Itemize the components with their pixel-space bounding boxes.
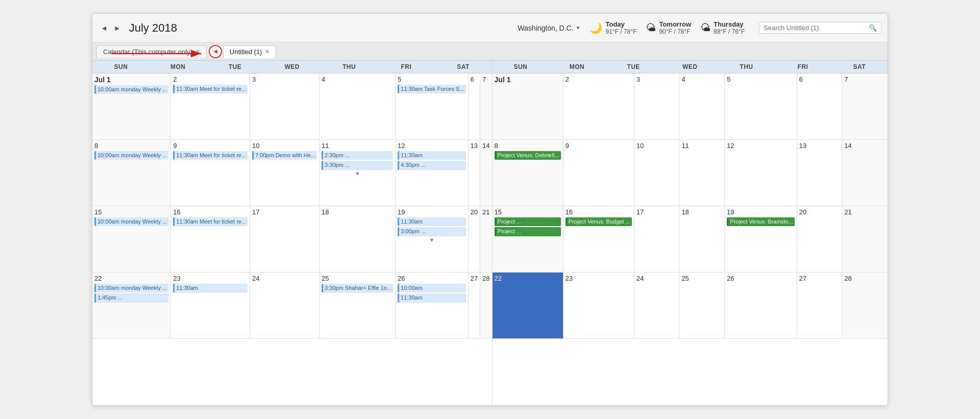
event-item[interactable]: Project ... [495, 227, 561, 236]
tab-untitled-close[interactable]: ✕ [265, 49, 270, 55]
table-row[interactable]: 7 [480, 73, 492, 140]
table-row[interactable]: 4 [679, 73, 725, 140]
event-item[interactable]: 11:30am [398, 217, 466, 226]
event-item[interactable]: 3:30pm Shahar+ Effie 1o... [322, 284, 393, 292]
table-row[interactable]: 3 [634, 73, 680, 140]
date-number: 18 [681, 208, 722, 216]
weather-tomorrow: 🌤 Tomorrow 90°F / 78°F [646, 20, 691, 35]
table-row[interactable]: 14 [480, 140, 492, 206]
table-row[interactable]: 2311:30am [171, 273, 250, 339]
table-row[interactable]: Jul 1 [493, 73, 564, 140]
event-item[interactable]: 4:30pm ... [398, 161, 466, 169]
table-row[interactable]: 13 [469, 140, 480, 206]
date-number: 22 [94, 275, 168, 282]
event-item[interactable]: Project Venus: Brainsto... [727, 217, 795, 226]
table-row[interactable]: 1211:30am4:30pm ... [396, 140, 469, 206]
table-row[interactable]: 16Project Venus: Budget ... [564, 206, 634, 273]
table-row[interactable]: 25 [679, 273, 725, 339]
event-item[interactable]: 11:30am [173, 284, 248, 292]
search-box[interactable]: 🔍 [759, 22, 881, 34]
table-row[interactable]: 26 [725, 273, 797, 339]
table-row[interactable]: 8Project Venus: Debriefi... [493, 140, 564, 206]
event-item[interactable]: 10:00am monday Weekly ... [94, 85, 168, 94]
prev-month-button[interactable]: ◄ [99, 23, 110, 33]
event-item[interactable]: 3:30pm ... [322, 161, 393, 169]
event-item[interactable]: 10:00am [398, 284, 466, 292]
table-row[interactable]: 20 [797, 206, 843, 273]
table-row[interactable]: 4 [320, 73, 396, 140]
next-month-button[interactable]: ► [112, 23, 123, 33]
event-item[interactable]: Project Venus: Budget ... [566, 217, 632, 226]
tab-calendar-computer[interactable]: Calendar (This computer only) ✕ [96, 45, 207, 58]
table-row[interactable]: 11 [679, 140, 725, 206]
event-item[interactable]: 11:30am Meet for ticket re... [173, 151, 248, 160]
table-row[interactable]: 107:00pm Demo with He... [250, 140, 320, 206]
table-row[interactable]: 21 [842, 206, 888, 273]
search-icon: 🔍 [869, 24, 877, 32]
table-row[interactable]: 21 [480, 206, 492, 273]
table-row[interactable]: 24 [250, 273, 320, 339]
right-header-fri: FRI [775, 61, 831, 73]
table-row[interactable]: 28 [842, 273, 888, 339]
table-row[interactable]: 17 [250, 206, 320, 273]
table-row[interactable]: 2 [564, 73, 634, 140]
table-row[interactable]: 2210:00am monday Weekly ...1:45pm ... [92, 273, 171, 339]
table-row[interactable]: 9 [564, 140, 634, 206]
event-item[interactable]: 11:30am [398, 151, 466, 160]
table-row[interactable]: 1911:30am3:00pm ...▼ [396, 206, 469, 273]
table-row[interactable]: 27 [469, 273, 480, 339]
date-number: 4 [322, 76, 393, 83]
event-item[interactable]: 11:30am Meet for ticket re... [173, 85, 248, 93]
event-item[interactable]: 11:30am [398, 293, 466, 302]
event-item[interactable]: 10:00am monday Weekly ... [94, 151, 168, 160]
table-row[interactable]: 6 [797, 73, 843, 140]
table-row[interactable]: 10 [634, 140, 680, 206]
location-selector[interactable]: Washington, D.C. ▼ [518, 24, 580, 32]
table-row[interactable]: 18 [679, 206, 725, 273]
table-row[interactable]: 17 [634, 206, 680, 273]
search-input[interactable] [764, 24, 869, 32]
event-item[interactable]: 1:45pm ... [94, 293, 168, 302]
table-row[interactable]: 810:00am monday Weekly ... [92, 140, 171, 206]
table-row[interactable]: 15Project ...Project ... [493, 206, 564, 273]
event-item[interactable]: 11:30am Task Forces S... [398, 85, 466, 93]
table-row[interactable]: 3 [250, 73, 320, 140]
table-row[interactable]: 253:30pm Shahar+ Effie 1o... [320, 273, 396, 339]
nav-arrows: ◄ ► [99, 23, 123, 33]
table-row[interactable]: 27 [797, 273, 843, 339]
table-row[interactable]: 2610:00am11:30am [396, 273, 469, 339]
table-row[interactable]: 1510:00am monday Weekly ... [92, 206, 171, 273]
event-item[interactable]: 11:30am Meet for ticket re... [173, 217, 248, 226]
event-item[interactable]: 10:00am monday Weekly ... [94, 284, 168, 292]
table-row[interactable]: Jul 110:00am monday Weekly ... [92, 73, 171, 140]
table-row[interactable]: 28 [480, 273, 492, 339]
event-item[interactable]: 2:30pm ... [322, 151, 393, 160]
table-row[interactable]: 13 [797, 140, 843, 206]
event-item[interactable]: 10:00am monday Weekly ... [94, 217, 168, 226]
event-item[interactable]: 7:00pm Demo with He... [252, 151, 317, 160]
event-item[interactable]: Project ... [495, 217, 561, 226]
table-row[interactable]: 22 [493, 273, 564, 339]
table-row[interactable]: 511:30am Task Forces S... [396, 73, 469, 140]
event-item[interactable]: 3:00pm ... [398, 227, 466, 236]
table-row[interactable]: 7 [842, 73, 888, 140]
table-row[interactable]: 14 [842, 140, 888, 206]
table-row[interactable]: 12 [725, 140, 797, 206]
date-number: 23 [566, 275, 632, 282]
date-number: 19 [727, 208, 795, 216]
tab-calendar-close[interactable]: ✕ [195, 49, 200, 55]
table-row[interactable]: 6 [469, 73, 480, 140]
tab-untitled[interactable]: Untitled (1) ✕ [223, 45, 277, 58]
table-row[interactable]: 112:30pm ...3:30pm ...▼ [320, 140, 396, 206]
table-row[interactable]: 24 [634, 273, 680, 339]
table-row[interactable]: 5 [725, 73, 797, 140]
tab-back-button[interactable]: ◄ [209, 45, 222, 58]
table-row[interactable]: 1611:30am Meet for ticket re... [171, 206, 250, 273]
table-row[interactable]: 211:30am Meet for ticket re... [171, 73, 250, 140]
table-row[interactable]: 23 [564, 273, 634, 339]
table-row[interactable]: 20 [469, 206, 480, 273]
table-row[interactable]: 18 [320, 206, 396, 273]
table-row[interactable]: 19Project Venus: Brainsto... [725, 206, 797, 273]
table-row[interactable]: 911:30am Meet for ticket re... [171, 140, 250, 206]
event-item[interactable]: Project Venus: Debriefi... [495, 151, 561, 160]
